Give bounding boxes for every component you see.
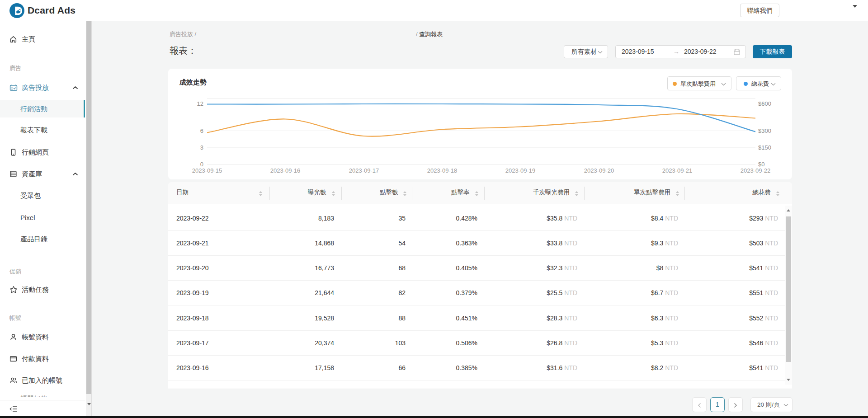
svg-text:2023-09-20: 2023-09-20 (584, 167, 614, 174)
svg-text:2023-09-22: 2023-09-22 (741, 167, 771, 174)
svg-text:$300: $300 (758, 127, 771, 134)
svg-text:$150: $150 (758, 144, 771, 151)
svg-text:0: 0 (200, 161, 203, 168)
svg-text:2023-09-19: 2023-09-19 (505, 167, 536, 174)
svg-text:2023-09-16: 2023-09-16 (270, 167, 301, 174)
svg-text:2023-09-18: 2023-09-18 (427, 167, 458, 174)
svg-text:2023-09-21: 2023-09-21 (662, 167, 693, 174)
svg-text:12: 12 (197, 100, 203, 107)
svg-text:2023-09-17: 2023-09-17 (349, 167, 379, 174)
svg-text:3: 3 (200, 144, 203, 151)
svg-text:$0: $0 (758, 161, 764, 168)
svg-text:2023-09-15: 2023-09-15 (192, 167, 222, 174)
svg-text:6: 6 (200, 127, 203, 134)
svg-text:$600: $600 (758, 100, 771, 107)
